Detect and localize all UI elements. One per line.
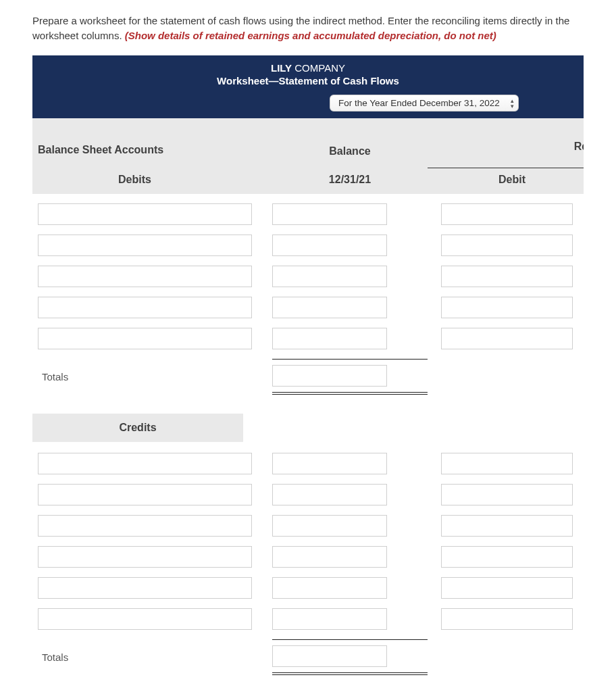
totals-label: Totals: [32, 651, 272, 663]
debit-header: Debit: [498, 174, 525, 185]
debit-input[interactable]: [441, 453, 573, 474]
balance-input[interactable]: [272, 484, 387, 505]
debits-total-input[interactable]: [272, 365, 387, 387]
debit-input[interactable]: [441, 608, 573, 630]
balance-input[interactable]: [272, 515, 387, 537]
credit-row: [32, 546, 584, 568]
balance-input[interactable]: [272, 297, 387, 318]
debit-input[interactable]: [441, 577, 573, 599]
company-name-bold: LILY: [271, 62, 292, 74]
account-input[interactable]: [38, 608, 252, 630]
totals-label: Totals: [32, 371, 272, 382]
balance-input[interactable]: [272, 546, 387, 568]
balance-input[interactable]: [272, 577, 387, 599]
credits-header: Credits: [32, 414, 243, 442]
debit-row: [32, 328, 584, 349]
account-input[interactable]: [38, 546, 252, 568]
reconciling-header: Rec: [428, 141, 584, 153]
worksheet-subtitle: Worksheet—Statement of Cash Flows: [42, 75, 574, 86]
debits-section: Totals: [32, 194, 584, 395]
chevron-updown-icon: ▴▾: [511, 98, 514, 109]
debit-input[interactable]: [441, 266, 573, 287]
account-input[interactable]: [38, 328, 252, 349]
credit-row: [32, 484, 584, 505]
balance-input[interactable]: [272, 608, 387, 630]
company-name-rest: COMPANY: [292, 62, 345, 74]
accounts-header: Balance Sheet Accounts: [38, 144, 272, 156]
debits-subheader: Debits: [38, 174, 272, 186]
account-input[interactable]: [38, 515, 252, 537]
period-label: For the Year Ended December 31, 2022: [338, 98, 500, 108]
credits-total-input[interactable]: [272, 645, 387, 667]
balance-input[interactable]: [272, 453, 387, 474]
balance-input[interactable]: [272, 234, 387, 256]
account-input[interactable]: [38, 577, 252, 599]
worksheet-header: LILY COMPANY Worksheet—Statement of Cash…: [32, 55, 584, 91]
credit-row: [32, 608, 584, 630]
debit-input[interactable]: [441, 546, 573, 568]
debit-input[interactable]: [441, 203, 573, 225]
credits-section: Totals: [32, 453, 584, 675]
debit-row: [32, 234, 584, 256]
account-input[interactable]: [38, 297, 252, 318]
instruction-hint: (Show details of retained earnings and a…: [125, 30, 496, 41]
debits-totals-row: Totals: [32, 359, 584, 395]
debit-row: [32, 266, 584, 287]
credit-row: [32, 453, 584, 474]
debit-row: [32, 203, 584, 225]
company-name: LILY COMPANY: [42, 62, 574, 74]
period-selector[interactable]: For the Year Ended December 31, 2022 ▴▾: [330, 95, 519, 112]
debit-input[interactable]: [441, 484, 573, 505]
credit-row: [32, 577, 584, 599]
account-input[interactable]: [38, 203, 252, 225]
instruction-text: Prepare a worksheet for the statement of…: [0, 0, 616, 51]
debit-input[interactable]: [441, 515, 573, 537]
account-input[interactable]: [38, 234, 252, 256]
balance-input[interactable]: [272, 266, 387, 287]
debit-input[interactable]: [441, 297, 573, 318]
credit-row: [32, 515, 584, 537]
account-input[interactable]: [38, 484, 252, 505]
credits-totals-row: Totals: [32, 639, 584, 675]
account-input[interactable]: [38, 453, 252, 474]
account-input[interactable]: [38, 266, 252, 287]
balance-input[interactable]: [272, 328, 387, 349]
debit-row: [32, 297, 584, 318]
column-headers: Balance Sheet Accounts Debits Balance 12…: [32, 118, 584, 194]
balance-input[interactable]: [272, 203, 387, 225]
debit-input[interactable]: [441, 328, 573, 349]
period-row: For the Year Ended December 31, 2022 ▴▾: [32, 91, 584, 118]
worksheet: LILY COMPANY Worksheet—Statement of Cash…: [32, 55, 584, 693]
balance-date-header: 12/31/21: [329, 174, 371, 185]
debit-input[interactable]: [441, 234, 573, 256]
balance-header: Balance: [272, 145, 428, 157]
